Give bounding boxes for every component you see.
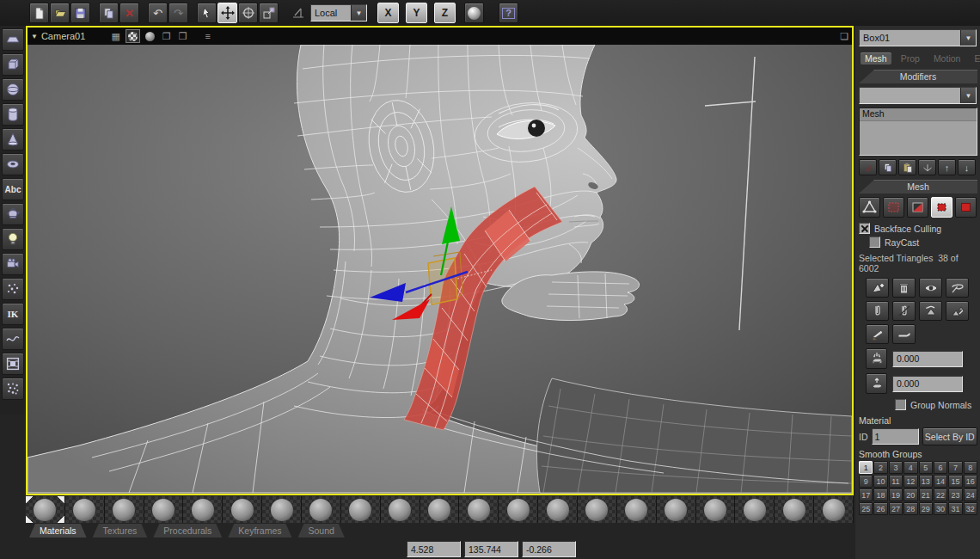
material-slot[interactable] bbox=[696, 496, 736, 523]
smooth-group-13[interactable]: 13 bbox=[919, 475, 933, 488]
create-camera-button[interactable] bbox=[2, 253, 24, 275]
edge-mode-button[interactable] bbox=[883, 197, 904, 218]
material-slot[interactable] bbox=[105, 496, 144, 523]
open-file-button[interactable] bbox=[50, 3, 70, 23]
group-normals-checkbox[interactable] bbox=[895, 399, 906, 410]
dropdown-arrow-icon[interactable]: ▼ bbox=[351, 5, 366, 21]
smooth-group-16[interactable]: 16 bbox=[964, 475, 977, 488]
extrude-value-input[interactable] bbox=[892, 351, 963, 367]
material-slot[interactable] bbox=[420, 496, 460, 523]
tab-prop[interactable]: Prop bbox=[897, 52, 924, 64]
tab-keyframes[interactable]: Keyframes bbox=[228, 524, 291, 538]
smooth-group-17[interactable]: 17 bbox=[859, 488, 873, 501]
modifier-dropdown[interactable]: ▼ bbox=[859, 87, 977, 104]
viewport-menu-icon[interactable]: ≡ bbox=[201, 30, 214, 42]
help-button[interactable]: ? bbox=[499, 3, 518, 23]
lasso-select-button[interactable] bbox=[946, 278, 969, 298]
smooth-group-22[interactable]: 22 bbox=[934, 488, 947, 501]
smooth-group-15[interactable]: 15 bbox=[948, 475, 962, 488]
delete-button[interactable]: ✕ bbox=[119, 3, 139, 23]
viewport-canvas[interactable] bbox=[28, 45, 852, 494]
axis-button-x[interactable]: X bbox=[377, 3, 399, 23]
smooth-group-23[interactable]: 23 bbox=[948, 488, 962, 501]
smooth-group-20[interactable]: 20 bbox=[903, 488, 917, 501]
smooth-group-9[interactable]: 9 bbox=[859, 475, 873, 488]
backface-culling-checkbox[interactable] bbox=[859, 223, 870, 234]
create-text-button[interactable]: Abc bbox=[2, 178, 24, 200]
material-slot[interactable] bbox=[262, 496, 302, 523]
material-slot[interactable] bbox=[144, 496, 184, 523]
stack-move-down-button[interactable]: ↓ bbox=[958, 159, 976, 175]
smooth-group-2[interactable]: 2 bbox=[873, 461, 887, 474]
modifier-stack-list[interactable]: Mesh bbox=[859, 108, 977, 156]
smooth-group-3[interactable]: 3 bbox=[889, 461, 903, 474]
create-sphere-button[interactable] bbox=[2, 78, 24, 101]
copy-button[interactable] bbox=[99, 3, 119, 23]
material-slot[interactable] bbox=[578, 496, 617, 523]
material-slot[interactable] bbox=[657, 496, 696, 523]
modifier-stack-item[interactable]: Mesh bbox=[860, 108, 977, 121]
face-mode-button[interactable] bbox=[907, 197, 928, 218]
stack-disabled-button[interactable] bbox=[859, 159, 877, 175]
group-normals-row[interactable]: Group Normals bbox=[895, 399, 977, 410]
smooth-group-6[interactable]: 6 bbox=[934, 461, 947, 474]
material-id-input[interactable] bbox=[872, 428, 919, 445]
cut-button[interactable] bbox=[866, 324, 889, 344]
material-slot[interactable] bbox=[617, 496, 657, 523]
redo-button[interactable]: ↷ bbox=[168, 3, 188, 23]
select-by-id-button[interactable]: Select By ID bbox=[922, 427, 978, 445]
mesh-section-header[interactable]: Mesh bbox=[859, 180, 977, 194]
triangle-mode-button[interactable] bbox=[931, 197, 952, 218]
coordinate-y-field[interactable] bbox=[464, 541, 518, 557]
smooth-group-31[interactable]: 31 bbox=[948, 502, 962, 515]
smooth-group-21[interactable]: 21 bbox=[919, 488, 933, 501]
material-slot[interactable] bbox=[499, 496, 538, 523]
create-box-button[interactable] bbox=[2, 53, 24, 76]
smooth-group-25[interactable]: 25 bbox=[859, 502, 873, 515]
smooth-group-12[interactable]: 12 bbox=[903, 475, 917, 488]
smooth-group-5[interactable]: 5 bbox=[919, 461, 933, 474]
tab-procedurals[interactable]: Procedurals bbox=[153, 524, 222, 538]
smooth-group-7[interactable]: 7 bbox=[948, 461, 962, 474]
axis-button-y[interactable]: Y bbox=[406, 3, 427, 23]
create-light-button[interactable] bbox=[2, 228, 24, 250]
tessellate-button[interactable] bbox=[946, 301, 969, 321]
delete-face-button[interactable] bbox=[892, 278, 916, 298]
viewport-maximize-icon[interactable]: ❏ bbox=[840, 31, 848, 42]
scatter-button[interactable] bbox=[2, 378, 24, 400]
tab-materials[interactable]: Materials bbox=[29, 524, 87, 538]
grid-toggle-icon[interactable]: ▦ bbox=[109, 30, 122, 42]
dropdown-arrow-icon[interactable]: ▼ bbox=[960, 88, 976, 103]
material-slot[interactable] bbox=[735, 496, 775, 523]
smooth-group-30[interactable]: 30 bbox=[934, 502, 947, 515]
stack-copy-button[interactable] bbox=[879, 159, 897, 175]
shade-box-icon[interactable]: ❒ bbox=[176, 30, 189, 42]
smooth-group-1[interactable]: 1 bbox=[859, 461, 873, 474]
bitmap-button[interactable] bbox=[2, 353, 24, 375]
object-selector-dropdown[interactable]: Box01 ▼ bbox=[859, 29, 977, 46]
extrude-button[interactable] bbox=[866, 348, 887, 369]
create-cylinder-button[interactable] bbox=[2, 103, 24, 126]
coordinate-z-field[interactable] bbox=[522, 541, 576, 557]
axis-button-z[interactable]: Z bbox=[434, 3, 456, 23]
stack-paste-button[interactable] bbox=[898, 159, 916, 175]
raycast-checkbox[interactable] bbox=[869, 236, 880, 248]
material-slot[interactable] bbox=[302, 496, 341, 523]
smooth-group-8[interactable]: 8 bbox=[964, 461, 977, 474]
shade-wireframe-icon[interactable]: ❐ bbox=[160, 30, 173, 42]
dropdown-arrow-icon[interactable]: ▼ bbox=[960, 30, 976, 46]
rotate-tool-button[interactable] bbox=[238, 3, 258, 23]
smooth-group-32[interactable]: 32 bbox=[964, 502, 977, 515]
create-plane-button[interactable] bbox=[2, 28, 24, 51]
hide-face-button[interactable] bbox=[919, 278, 942, 298]
ik-button[interactable]: IK bbox=[2, 303, 24, 325]
detach-button[interactable] bbox=[892, 301, 916, 321]
material-slot[interactable] bbox=[538, 496, 578, 523]
smooth-group-28[interactable]: 28 bbox=[903, 502, 917, 515]
material-slot[interactable] bbox=[223, 496, 262, 523]
viewport-camera-selector[interactable]: ▼ Camera01 bbox=[31, 31, 85, 41]
smooth-group-11[interactable]: 11 bbox=[889, 475, 903, 488]
tab-ext[interactable]: Ext bbox=[970, 52, 980, 64]
backface-culling-row[interactable]: Backface Culling bbox=[859, 223, 977, 234]
create-cone-button[interactable] bbox=[2, 128, 24, 150]
